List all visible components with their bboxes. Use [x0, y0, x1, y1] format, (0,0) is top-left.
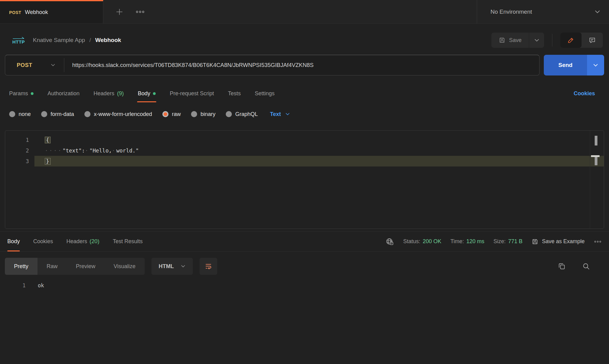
save-options-button[interactable] — [529, 33, 544, 48]
response-tab-body[interactable]: Body — [7, 232, 20, 251]
time-value: 120 ms — [466, 238, 484, 245]
tab-settings[interactable]: Settings — [255, 85, 274, 102]
raw-language-dropdown[interactable]: Text — [270, 111, 290, 117]
view-pretty-button[interactable]: Pretty — [5, 258, 37, 275]
environment-selector[interactable]: No Environment — [477, 0, 609, 23]
response-tab-test-results-label: Test Results — [113, 238, 143, 245]
view-raw-button[interactable]: Raw — [37, 258, 67, 275]
tab-params-label: Params — [9, 90, 28, 97]
code-token: "Hello, — [89, 148, 112, 154]
line-number: 1 — [5, 137, 34, 143]
body-type-options: none form-data x-www-form-urlencoded raw… — [0, 108, 609, 121]
save-as-example-button[interactable]: Save as Example — [532, 238, 585, 245]
tab-pre-request-script[interactable]: Pre-request Script — [170, 85, 214, 102]
wrap-text-icon — [204, 262, 212, 270]
radio-x-www-form-urlencoded[interactable]: x-www-form-urlencoded — [84, 111, 152, 117]
view-visualize-button[interactable]: Visualize — [104, 258, 145, 275]
body-content-dot — [153, 92, 156, 95]
response-tab-headers-label: Headers — [66, 238, 87, 245]
comment-icon — [589, 37, 596, 44]
comments-button[interactable] — [582, 33, 603, 48]
radio-binary[interactable]: binary — [191, 111, 215, 117]
network-info-button[interactable] — [385, 237, 394, 246]
radio-raw[interactable]: raw — [162, 111, 181, 117]
view-preview-button[interactable]: Preview — [67, 258, 104, 275]
floppy-icon — [532, 238, 538, 245]
response-tab-test-results[interactable]: Test Results — [113, 232, 143, 251]
tab-body[interactable]: Body — [138, 85, 156, 102]
tab-tests[interactable]: Tests — [228, 85, 241, 102]
breadcrumb-request-name[interactable]: Webhook — [95, 37, 121, 44]
breadcrumb-collection[interactable]: Knative Sample App — [33, 37, 85, 44]
request-tab-webhook[interactable]: POST Webhook — [0, 0, 103, 23]
cookies-link[interactable]: Cookies — [574, 90, 595, 97]
tab-body-label: Body — [138, 90, 150, 97]
minimap-mark — [595, 157, 597, 165]
code-content: } — [45, 158, 51, 165]
tab-authorization[interactable]: Authorization — [48, 85, 80, 102]
code-token: world." — [116, 148, 139, 154]
radio-urlencoded-label: x-www-form-urlencoded — [94, 111, 152, 117]
wrap-lines-button[interactable] — [200, 258, 217, 275]
response-section: Body Cookies Headers (20) Test Results — [0, 231, 609, 291]
response-format-dropdown[interactable]: HTML — [151, 258, 193, 275]
status-value: 200 OK — [423, 238, 441, 245]
chevron-down-icon — [181, 265, 186, 268]
radio-circle-icon — [191, 111, 197, 117]
send-options-button[interactable] — [587, 55, 604, 75]
radio-circle-icon — [226, 111, 232, 117]
url-bar: POST https://hooks.slack.com/services/T0… — [0, 55, 609, 75]
edit-request-button[interactable] — [560, 33, 582, 48]
time-label: Time: — [450, 238, 464, 245]
radio-none[interactable]: none — [9, 111, 31, 117]
radio-graphql[interactable]: GraphQL — [226, 111, 258, 117]
radio-binary-label: binary — [200, 111, 215, 117]
minimap-mark — [595, 136, 597, 145]
tab-title: Webhook — [25, 9, 48, 16]
response-tab-cookies[interactable]: Cookies — [33, 232, 53, 251]
response-toolbar: Pretty Raw Preview Visualize HTML — [0, 258, 609, 275]
floppy-icon — [499, 37, 505, 44]
tab-bar-actions — [103, 0, 477, 23]
save-button[interactable]: Save — [491, 33, 529, 48]
method-dropdown[interactable]: POST — [5, 62, 64, 68]
request-body-editor[interactable]: 1 { 2 ····"text":·"Hello,·world." 3 } — [5, 130, 604, 229]
copy-response-button[interactable] — [558, 262, 566, 270]
chevron-down-icon — [593, 64, 598, 67]
code-token: { — [45, 137, 51, 143]
edit-comment-group — [560, 33, 603, 48]
editor-minimap[interactable] — [590, 131, 600, 229]
response-options-button[interactable] — [594, 240, 602, 243]
response-headers-count: (20) — [90, 238, 99, 245]
tab-headers[interactable]: Headers (9) — [94, 85, 124, 102]
editor-line: 1 { — [5, 135, 604, 145]
tab-method-badge: POST — [9, 10, 21, 15]
chevron-down-icon — [51, 64, 55, 67]
tab-options-button[interactable] — [136, 10, 145, 14]
send-button[interactable]: Send — [544, 55, 587, 75]
tab-params[interactable]: Params — [9, 85, 34, 102]
chevron-down-icon — [285, 113, 290, 116]
request-header: HTTP Knative Sample App / Webhook Save — [0, 33, 609, 47]
search-response-button[interactable] — [582, 262, 590, 270]
params-content-dot — [31, 92, 34, 95]
tab-headers-label: Headers — [94, 90, 114, 97]
more-options-icon — [136, 10, 145, 14]
response-tab-cookies-label: Cookies — [33, 238, 53, 245]
chevron-down-icon — [594, 10, 600, 14]
headers-count: (9) — [117, 90, 124, 97]
radio-circle-icon — [162, 111, 168, 117]
radio-circle-icon — [84, 111, 90, 117]
response-tab-headers[interactable]: Headers (20) — [66, 232, 99, 251]
response-body: 1 ok — [0, 280, 609, 291]
line-number: 2 — [5, 148, 34, 154]
url-input[interactable]: https://hooks.slack.com/services/T06TD83… — [64, 62, 539, 68]
time-meta: Time: 120 ms — [450, 238, 484, 245]
editor-line-current: 3 } — [5, 156, 604, 166]
more-options-icon — [594, 240, 602, 243]
whitespace-dots: ···· — [45, 148, 62, 154]
radio-form-data[interactable]: form-data — [41, 111, 74, 117]
response-tab-body-label: Body — [7, 238, 20, 245]
new-tab-button[interactable] — [115, 8, 123, 16]
pencil-icon — [567, 37, 575, 44]
